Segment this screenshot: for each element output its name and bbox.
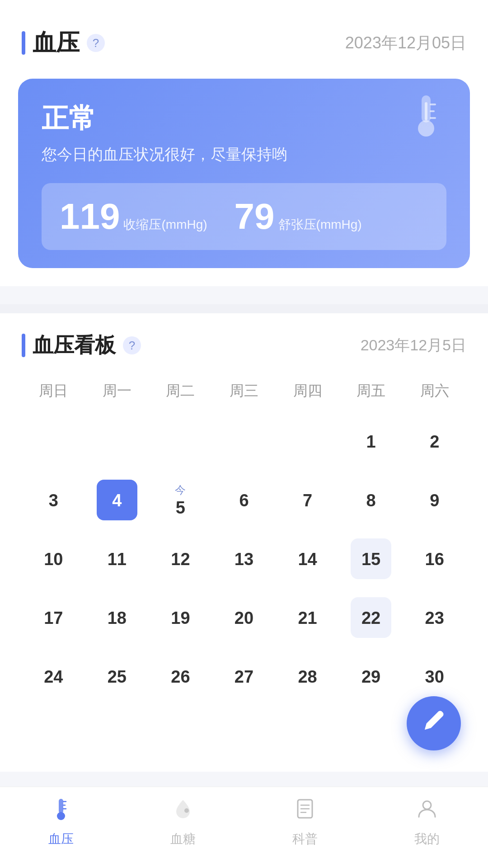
diastolic-item: 79 舒张压(mmHg) xyxy=(235,196,362,237)
svg-point-11 xyxy=(184,808,189,813)
nav-icon-血压 xyxy=(49,797,73,826)
weekday-label: 周一 xyxy=(85,376,149,406)
calendar-cell[interactable]: 20 xyxy=(212,586,276,645)
calendar-cell[interactable]: 12 xyxy=(149,528,212,586)
calendar-cell-inner: 4 xyxy=(97,480,137,520)
calendar-cell[interactable]: 25 xyxy=(85,645,149,704)
bp-board: 血压看板 ? 2023年12月5日 周日周一周二周三周四周五周六 1234今56… xyxy=(0,313,488,772)
calendar-cell[interactable]: 14 xyxy=(276,528,339,586)
calendar-cell[interactable]: 26 xyxy=(149,645,212,704)
calendar-cell-inner: 30 xyxy=(414,656,455,697)
calendar-cell-inner: 10 xyxy=(33,538,74,579)
calendar-cell-inner: 22 xyxy=(351,597,391,638)
help-icon[interactable]: ? xyxy=(87,34,105,52)
calendar-cell[interactable]: 21 xyxy=(276,586,339,645)
calendar-cell-inner: 28 xyxy=(287,656,328,697)
systolic-label: 收缩压(mmHg) xyxy=(123,216,207,233)
calendar-cell[interactable]: 4 xyxy=(85,469,149,528)
calendar-cell[interactable]: 10 xyxy=(22,528,85,586)
page-header: 血压 ? 2023年12月05日 xyxy=(0,0,488,70)
nav-item-血糖[interactable]: 血糖 xyxy=(161,792,205,853)
calendar-cell[interactable]: 24 xyxy=(22,645,85,704)
calendar-cell[interactable]: 今5 xyxy=(149,469,212,528)
day-number: 27 xyxy=(235,667,253,687)
nav-icon-科普 xyxy=(293,797,317,826)
calendar-cell-inner: 23 xyxy=(414,597,455,638)
fab-add-button[interactable] xyxy=(407,696,461,750)
calendar-cell[interactable]: 6 xyxy=(212,469,276,528)
calendar-cell[interactable]: 1 xyxy=(339,410,403,469)
svg-point-16 xyxy=(423,801,431,809)
calendar-cell-inner: 16 xyxy=(414,538,455,579)
calendar-cell[interactable]: 28 xyxy=(276,645,339,704)
calendar-cell[interactable]: 13 xyxy=(212,528,276,586)
today-label: 今 xyxy=(175,483,186,497)
day-number: 5 xyxy=(176,498,185,518)
board-title-group: 血压看板 ? xyxy=(22,331,141,359)
nav-label-血糖: 血糖 xyxy=(170,830,196,848)
calendar-cell[interactable]: 2 xyxy=(403,410,466,469)
calendar-cell[interactable]: 27 xyxy=(212,645,276,704)
calendar-cell-inner: 24 xyxy=(33,656,74,697)
svg-rect-2 xyxy=(425,102,427,120)
day-number: 15 xyxy=(361,550,380,569)
weekday-label: 周四 xyxy=(276,376,339,406)
day-number: 13 xyxy=(235,550,253,569)
calendar-cell[interactable]: 7 xyxy=(276,469,339,528)
day-number: 10 xyxy=(44,550,63,569)
calendar: 周日周一周二周三周四周五周六 1234今56789101112131415161… xyxy=(22,376,466,763)
calendar-cell[interactable]: 23 xyxy=(403,586,466,645)
calendar-cell[interactable]: 3 xyxy=(22,469,85,528)
calendar-cell[interactable]: 29 xyxy=(339,645,403,704)
calendar-weekdays: 周日周一周二周三周四周五周六 xyxy=(22,376,466,406)
status-card: 正常 您今日的血压状况很好，尽量保持哟 119 收缩压(mmHg) 79 舒张压… xyxy=(18,79,470,268)
calendar-cell[interactable]: 19 xyxy=(149,586,212,645)
calendar-cell[interactable]: 9 xyxy=(403,469,466,528)
calendar-cell[interactable]: 11 xyxy=(85,528,149,586)
nav-icon-血糖 xyxy=(171,797,195,826)
calendar-cell[interactable]: 17 xyxy=(22,586,85,645)
nav-label-我的: 我的 xyxy=(414,830,440,848)
day-number: 9 xyxy=(430,491,439,510)
header-left: 血压 ? xyxy=(22,27,105,59)
calendar-cell-inner: 1 xyxy=(351,421,391,462)
calendar-cell[interactable]: 22 xyxy=(339,586,403,645)
page-title: 血压 xyxy=(33,27,80,59)
calendar-cell-inner: 13 xyxy=(224,538,264,579)
calendar-cell-inner: 今5 xyxy=(160,480,201,520)
calendar-cell-inner: 29 xyxy=(351,656,391,697)
calendar-cell xyxy=(22,410,85,469)
calendar-cell[interactable]: 8 xyxy=(339,469,403,528)
day-number: 1 xyxy=(366,432,376,452)
board-date: 2023年12月5日 xyxy=(361,335,466,356)
calendar-cell-inner: 20 xyxy=(224,597,264,638)
svg-point-7 xyxy=(57,812,65,820)
calendar-cell xyxy=(149,410,212,469)
board-header: 血压看板 ? 2023年12月5日 xyxy=(22,331,466,359)
calendar-cell-inner: 18 xyxy=(97,597,137,638)
nav-item-血压[interactable]: 血压 xyxy=(39,792,83,853)
thermometer-icon xyxy=(406,93,446,148)
day-number: 20 xyxy=(235,609,253,628)
accent-bar xyxy=(22,31,25,55)
calendar-cell-inner: 21 xyxy=(287,597,328,638)
calendar-cell xyxy=(276,410,339,469)
calendar-cell[interactable]: 15 xyxy=(339,528,403,586)
day-number: 21 xyxy=(298,609,317,628)
day-number: 23 xyxy=(425,609,444,628)
day-number: 12 xyxy=(171,550,190,569)
board-accent-bar xyxy=(22,334,25,357)
nav-item-我的[interactable]: 我的 xyxy=(405,792,449,853)
board-help-icon[interactable]: ? xyxy=(123,336,141,354)
nav-item-科普[interactable]: 科普 xyxy=(283,792,327,853)
calendar-cell[interactable]: 16 xyxy=(403,528,466,586)
calendar-cell[interactable]: 30 xyxy=(403,645,466,704)
day-number: 22 xyxy=(361,609,380,628)
day-number: 6 xyxy=(239,491,249,510)
calendar-cell-inner: 25 xyxy=(97,656,137,697)
calendar-cell[interactable]: 18 xyxy=(85,586,149,645)
calendar-cell xyxy=(22,704,85,763)
calendar-cell-inner: 14 xyxy=(287,538,328,579)
day-number: 4 xyxy=(112,491,122,510)
day-number: 17 xyxy=(44,609,63,628)
